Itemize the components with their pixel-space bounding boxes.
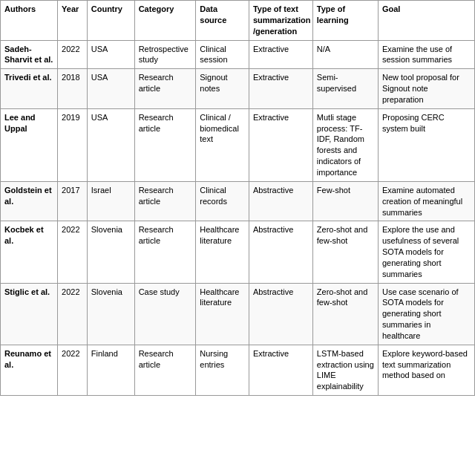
year-cell: 2022: [58, 40, 88, 69]
header-goal: Goal: [378, 1, 474, 41]
data-source-cell: Clinical / biomedical text: [196, 108, 249, 181]
year-cell: 2022: [58, 345, 88, 395]
category-cell: Research article: [134, 69, 196, 109]
authors-cell: Kocbek et al.: [1, 221, 58, 283]
category-cell: Retrospective study: [134, 40, 196, 69]
header-year: Year: [58, 1, 88, 41]
header-row: Authors Year Country Category Data sourc…: [1, 1, 475, 41]
country-cell: USA: [87, 108, 134, 181]
type-sum-cell: Extractive: [249, 108, 312, 181]
category-cell: Case study: [134, 283, 196, 345]
type-learn-cell: Semi-supervised: [312, 69, 378, 109]
authors-cell: Sadeh-Sharvit et al.: [1, 40, 58, 69]
category-cell: Research article: [134, 181, 196, 221]
data-source-cell: Clinical records: [196, 181, 249, 221]
main-table: Authors Year Country Category Data sourc…: [0, 0, 475, 396]
category-cell: Research article: [134, 345, 196, 395]
header-category: Category: [134, 1, 196, 41]
goal-cell: New tool proposal for Signout note prepa…: [378, 69, 474, 109]
country-cell: Israel: [87, 181, 134, 221]
type-learn-cell: Zero-shot and few-shot: [312, 283, 378, 345]
type-sum-cell: Abstractive: [249, 283, 312, 345]
table-row: Stiglic et al.2022SloveniaCase studyHeal…: [1, 283, 475, 345]
goal-cell: Examine automated creation of meaningful…: [378, 181, 474, 221]
type-learn-cell: Zero-shot and few-shot: [312, 221, 378, 283]
table-row: Kocbek et al.2022SloveniaResearch articl…: [1, 221, 475, 283]
year-cell: 2017: [58, 181, 88, 221]
country-cell: USA: [87, 40, 134, 69]
category-cell: Research article: [134, 221, 196, 283]
table-row: Goldstein et al.2017IsraelResearch artic…: [1, 181, 475, 221]
type-sum-cell: Abstractive: [249, 181, 312, 221]
country-cell: Slovenia: [87, 221, 134, 283]
header-data-source: Data source: [196, 1, 249, 41]
header-type-sum: Type of text summarization /generation: [249, 1, 312, 41]
type-learn-cell: N/A: [312, 40, 378, 69]
goal-cell: Explore the use and usefulness of severa…: [378, 221, 474, 283]
country-cell: USA: [87, 69, 134, 109]
header-type-learn: Type of learning: [312, 1, 378, 41]
data-source-cell: Healthcare literature: [196, 283, 249, 345]
type-sum-cell: Extractive: [249, 345, 312, 395]
country-cell: Slovenia: [87, 283, 134, 345]
header-authors: Authors: [1, 1, 58, 41]
year-cell: 2022: [58, 283, 88, 345]
type-sum-cell: Extractive: [249, 69, 312, 109]
authors-cell: Lee and Uppal: [1, 108, 58, 181]
type-learn-cell: Mutli stage process: TF-IDF, Random fore…: [312, 108, 378, 181]
table-row: Lee and Uppal2019USAResearch articleClin…: [1, 108, 475, 181]
category-cell: Research article: [134, 108, 196, 181]
goal-cell: Use case scenario of SOTA models for gen…: [378, 283, 474, 345]
table-row: Reunamo et al.2022FinlandResearch articl…: [1, 345, 475, 395]
authors-cell: Trivedi et al.: [1, 69, 58, 109]
type-sum-cell: Abstractive: [249, 221, 312, 283]
type-learn-cell: Few-shot: [312, 181, 378, 221]
header-country: Country: [87, 1, 134, 41]
year-cell: 2019: [58, 108, 88, 181]
data-source-cell: Nursing entries: [196, 345, 249, 395]
authors-cell: Stiglic et al.: [1, 283, 58, 345]
authors-cell: Goldstein et al.: [1, 181, 58, 221]
table-row: Sadeh-Sharvit et al.2022USARetrospective…: [1, 40, 475, 69]
country-cell: Finland: [87, 345, 134, 395]
goal-cell: Explore keyword-based text summarization…: [378, 345, 474, 395]
authors-cell: Reunamo et al.: [1, 345, 58, 395]
type-sum-cell: Extractive: [249, 40, 312, 69]
data-source-cell: Healthcare literature: [196, 221, 249, 283]
goal-cell: Proposing CERC system built: [378, 108, 474, 181]
year-cell: 2022: [58, 221, 88, 283]
year-cell: 2018: [58, 69, 88, 109]
data-source-cell: Clinical session: [196, 40, 249, 69]
type-learn-cell: LSTM-based extraction using LIME explain…: [312, 345, 378, 395]
table-row: Trivedi et al.2018USAResearch articleSig…: [1, 69, 475, 109]
data-source-cell: Signout notes: [196, 69, 249, 109]
goal-cell: Examine the use of session summaries: [378, 40, 474, 69]
